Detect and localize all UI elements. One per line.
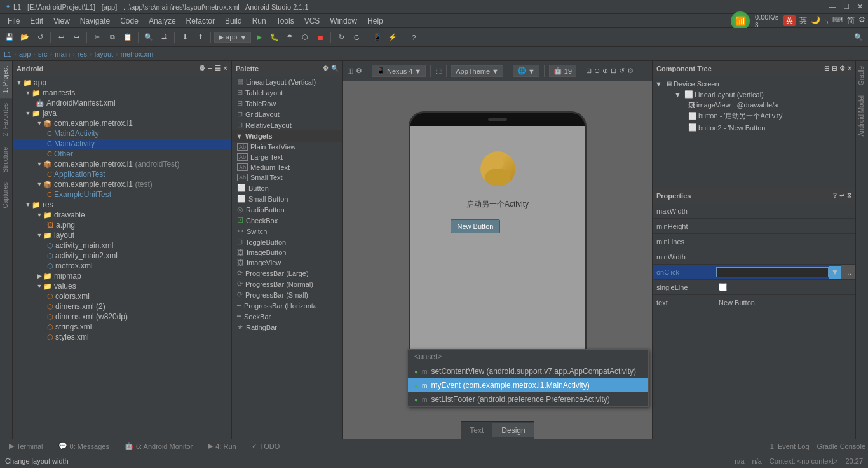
menu-edit[interactable]: Edit bbox=[25, 15, 48, 27]
tree-item-dimens820[interactable]: ⬡ dimens.xml (w820dp) bbox=[13, 312, 231, 322]
palette-item-relativelayout[interactable]: ⊡ RelativeLayout bbox=[232, 120, 342, 130]
tree-item-manifests[interactable]: ▼ 📁 manifests bbox=[13, 88, 231, 98]
toolbar-replace[interactable]: ⇄ bbox=[157, 31, 171, 45]
palette-item-radiobutton[interactable]: ◎ RadioButton bbox=[232, 204, 342, 215]
comp-device-screen[interactable]: ▼ 🖥 Device Screen bbox=[653, 79, 855, 89]
tree-item-main2activity[interactable]: C Main2Activity bbox=[13, 128, 231, 139]
dropdown-item-setlistfooter[interactable]: ● m setListFooter (android.preference.Pr… bbox=[408, 392, 648, 406]
event-log-btn[interactable]: 1: Event Log bbox=[770, 443, 810, 450]
tree-item-package-test[interactable]: ▼ 📦 com.example.metrox.l1 (test) bbox=[13, 179, 231, 189]
tree-item-androidmanifest[interactable]: 🤖 AndroidManifest.xml bbox=[13, 98, 231, 108]
tree-item-java[interactable]: ▼ 📁 java bbox=[13, 108, 231, 118]
phone-new-button[interactable]: New Button bbox=[451, 219, 501, 233]
toolbar-copy[interactable]: ⧉ bbox=[105, 31, 119, 45]
sidebar-expand[interactable]: ☰ bbox=[215, 64, 221, 72]
toolbar-run[interactable]: ▶ bbox=[252, 31, 266, 45]
bottom-tab-todo[interactable]: ✓ TODO bbox=[245, 441, 287, 451]
vert-tab-favorites[interactable]: 2: Favorites bbox=[0, 98, 12, 141]
palette-item-imagebutton[interactable]: 🖼 ImageButton bbox=[232, 247, 342, 258]
bottom-tab-terminal[interactable]: ▶ Terminal bbox=[3, 441, 50, 451]
tree-item-applicationtest[interactable]: C ApplicationTest bbox=[13, 169, 231, 179]
tree-item-exampleunittest[interactable]: C ExampleUnitTest bbox=[13, 189, 231, 200]
palette-item-ratingbar[interactable]: ★ RatingBar bbox=[232, 322, 342, 333]
dropdown-item-myevent[interactable]: ● m myEvent (com.example.metrox.l1.MainA… bbox=[408, 378, 648, 392]
breadcrumb-src[interactable]: src bbox=[38, 50, 48, 58]
vert-tab-captures[interactable]: Captures bbox=[0, 177, 12, 214]
theme-dropdown[interactable]: AppTheme ▼ bbox=[451, 65, 503, 77]
dropdown-item-setcontentview[interactable]: ● m setContentView (android.support.v7.a… bbox=[408, 364, 648, 378]
canvas-tab-design[interactable]: Design bbox=[492, 423, 534, 437]
palette-item-progressbar-horiz[interactable]: ━ ProgressBar (Horizonta... bbox=[232, 300, 342, 311]
gradle-console-btn[interactable]: Gradle Console bbox=[817, 443, 865, 450]
toolbar-gradle[interactable]: G bbox=[349, 31, 363, 45]
ct-expand-all[interactable]: ⊞ bbox=[824, 65, 829, 72]
tree-item-styles[interactable]: ⬡ styles.xml bbox=[13, 332, 231, 342]
sidebar-collapse[interactable]: – bbox=[208, 64, 212, 72]
menu-help[interactable]: Help bbox=[362, 15, 388, 27]
toolbar-undo[interactable]: ↩ bbox=[54, 31, 68, 45]
palette-search-btn[interactable]: 🔍 bbox=[331, 65, 339, 72]
canvas-zoom-out[interactable]: ⊖ bbox=[594, 67, 600, 75]
sidebar-gear[interactable]: ⚙ bbox=[199, 64, 205, 72]
ct-collapse-all[interactable]: ⊟ bbox=[832, 65, 837, 72]
palette-item-tablelayout[interactable]: ⊞ TableLayout bbox=[232, 87, 342, 98]
menu-run[interactable]: Run bbox=[247, 15, 271, 27]
toolbar-search[interactable]: 🔍 bbox=[142, 31, 156, 45]
tree-item-dimens2[interactable]: ⬡ dimens.xml (2) bbox=[13, 301, 231, 312]
prop-filter[interactable]: ⧖ bbox=[847, 192, 851, 200]
toolbar-search2[interactable]: 🔍 bbox=[851, 31, 865, 45]
device-dropdown[interactable]: 📱 Nexus 4 ▼ bbox=[372, 65, 426, 77]
vert-tab-gradle[interactable]: Gradle bbox=[856, 61, 868, 90]
prop-val-minlines[interactable] bbox=[716, 240, 855, 243]
palette-item-togglebutton[interactable]: ⊟ ToggleButton bbox=[232, 237, 342, 247]
breadcrumb-res[interactable]: res bbox=[78, 50, 87, 58]
ct-settings[interactable]: ⚙ bbox=[839, 65, 845, 72]
close-button[interactable]: ✕ bbox=[857, 3, 863, 11]
tree-item-mipmap[interactable]: ▶ 📁 mipmap bbox=[13, 271, 231, 281]
canvas-orient-btn[interactable]: ⬚ bbox=[435, 67, 442, 75]
comp-imageview[interactable]: 🖼 imageView - @drawable/a bbox=[653, 100, 855, 110]
vert-tab-android-model[interactable]: Android Model bbox=[856, 90, 868, 141]
dropdown-unset-item[interactable]: <unset> bbox=[408, 350, 648, 364]
canvas-refresh[interactable]: ↺ bbox=[619, 67, 625, 75]
breadcrumb-main[interactable]: main bbox=[55, 50, 70, 58]
prop-val-minwidth[interactable] bbox=[716, 256, 855, 258]
toolbar-vcs1[interactable]: ⬇ bbox=[178, 31, 192, 45]
maximize-button[interactable]: ☐ bbox=[843, 3, 850, 11]
canvas-hide-btn[interactable]: ◫ bbox=[347, 67, 353, 75]
palette-item-checkbox[interactable]: ☑ CheckBox bbox=[232, 215, 342, 226]
toolbar-btn-sync[interactable]: ↺ bbox=[33, 31, 47, 45]
vert-tab-project[interactable]: 1: Project bbox=[0, 61, 12, 98]
tree-item-metrox[interactable]: ⬡ metrox.xml bbox=[13, 261, 231, 271]
prop-help[interactable]: ? bbox=[833, 192, 837, 200]
prop-val-singleline[interactable] bbox=[719, 283, 727, 291]
palette-item-button[interactable]: ⬜ Button bbox=[232, 182, 342, 193]
breadcrumb-l1[interactable]: L1 bbox=[4, 50, 11, 58]
comp-button1[interactable]: ⬜ button - '启动另一个Activity' bbox=[653, 110, 855, 122]
prop-onclick-dropdown-btn[interactable]: ▼ bbox=[829, 266, 841, 279]
palette-item-tablerow[interactable]: ⊟ TableRow bbox=[232, 98, 342, 109]
palette-section-widgets[interactable]: ▼ Widgets bbox=[232, 130, 342, 142]
tree-item-strings[interactable]: ⬡ strings.xml bbox=[13, 322, 231, 332]
palette-item-progressbar-small[interactable]: ⟳ ProgressBar (Small) bbox=[232, 289, 342, 300]
comp-linearlayout[interactable]: ▼ ⬜ LinearLayout (vertical) bbox=[653, 89, 855, 100]
sidebar-close-btn[interactable]: × bbox=[224, 64, 227, 72]
menu-navigate[interactable]: Navigate bbox=[75, 15, 115, 27]
menu-file[interactable]: File bbox=[3, 15, 25, 27]
menu-window[interactable]: Window bbox=[325, 15, 362, 27]
menu-refactor[interactable]: Refactor bbox=[181, 15, 220, 27]
tree-item-apng[interactable]: 🖼 a.png bbox=[13, 220, 231, 230]
tree-item-colors[interactable]: ⬡ colors.xml bbox=[13, 291, 231, 301]
menu-view[interactable]: View bbox=[48, 15, 75, 27]
menu-build[interactable]: Build bbox=[220, 15, 247, 27]
tree-item-values[interactable]: ▼ 📁 values bbox=[13, 281, 231, 291]
toolbar-paste[interactable]: 📋 bbox=[121, 31, 135, 45]
tree-item-package-androidtest[interactable]: ▼ 📦 com.example.metrox.l1 (androidTest) bbox=[13, 159, 231, 169]
toolbar-sync[interactable]: ↻ bbox=[334, 31, 348, 45]
bottom-tab-run[interactable]: ▶ 4: Run bbox=[201, 441, 242, 451]
toolbar-btn-2[interactable]: 📂 bbox=[18, 31, 32, 45]
tree-item-activitymain2[interactable]: ⬡ activity_main2.xml bbox=[13, 251, 231, 261]
toolbar-redo[interactable]: ↪ bbox=[69, 31, 83, 45]
toolbar-help[interactable]: ? bbox=[407, 31, 421, 45]
api-dropdown[interactable]: 🤖 19 bbox=[549, 65, 576, 77]
